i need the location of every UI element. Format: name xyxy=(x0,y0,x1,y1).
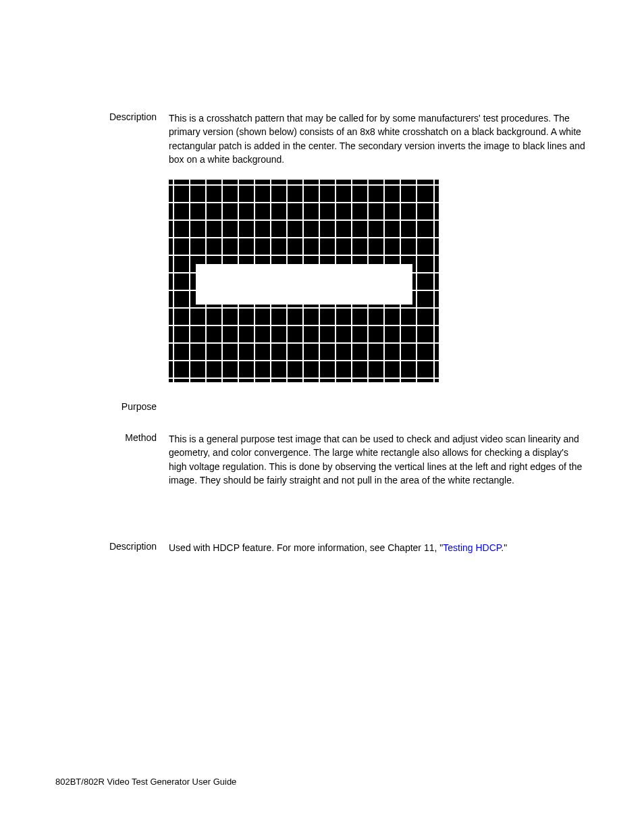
purpose-section: Purpose xyxy=(55,401,589,412)
testing-hdcp-link[interactable]: Testing HDCP xyxy=(443,542,501,553)
description-section-1: Description This is a crosshatch pattern… xyxy=(55,111,589,166)
method-text: This is a general purpose test image tha… xyxy=(169,432,589,487)
crosshatch-pattern-image xyxy=(169,180,439,382)
description-label-2: Description xyxy=(55,541,169,554)
description-text-2: Used with HDCP feature. For more informa… xyxy=(169,541,589,554)
description-section-2: Description Used with HDCP feature. For … xyxy=(55,541,589,554)
purpose-label: Purpose xyxy=(55,401,169,412)
description-text-1: This is a crosshatch pattern that may be… xyxy=(169,111,589,166)
purpose-text xyxy=(169,401,589,412)
description-label-1: Description xyxy=(55,111,169,166)
description2-prefix: Used with HDCP feature. For more informa… xyxy=(169,542,443,553)
page-content: Description This is a crosshatch pattern… xyxy=(0,0,644,555)
description2-suffix: ." xyxy=(501,542,507,553)
method-label: Method xyxy=(55,432,169,487)
page-footer: 802BT/802R Video Test Generator User Gui… xyxy=(55,777,236,787)
crosshatch-image-container xyxy=(169,180,589,382)
svg-rect-30 xyxy=(196,264,412,305)
method-section: Method This is a general purpose test im… xyxy=(55,432,589,487)
